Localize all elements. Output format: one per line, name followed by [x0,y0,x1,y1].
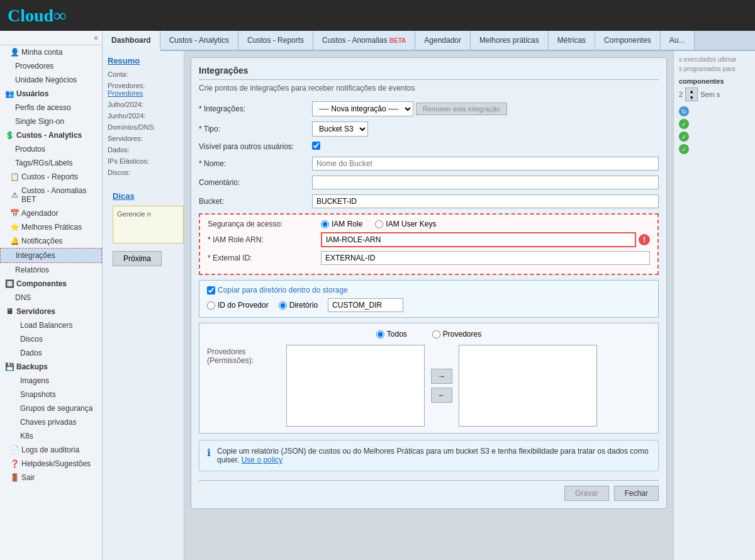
sidebar-item-dns[interactable]: DNS [0,291,102,305]
sidebar-item-minha-conta[interactable]: 👤 Minha conta [0,45,102,59]
external-id-input[interactable] [321,251,650,265]
provedores-left-list[interactable] [286,345,425,427]
sidebar-section-backups: 💾 Backups [0,360,102,374]
provedores-radio[interactable] [432,330,440,339]
sidebar-item-melhores-praticas[interactable]: ⭐ Melhores Práticas [0,220,102,234]
nome-row: * Nome: [199,157,659,171]
resumo-title[interactable]: Resumo [108,56,179,65]
iam-role-arn-input[interactable] [321,232,636,247]
stats-panel: s executados ultimar s programados para … [673,51,755,560]
sidebar-item-helpdesk[interactable]: ❓ Helpdesk/Sugestões [0,457,102,471]
tab-componentes[interactable]: Componentes [595,31,661,50]
main-content: Resumo Conta: Provedores: Provedores Jul… [103,51,755,560]
tab-custos-anomalias[interactable]: Custos - Anomalias BETA [313,31,415,50]
seguranca-label: Segurança de acesso: [208,220,321,228]
sidebar-item-grupos-seguranca[interactable]: Grupos de segurança [0,401,102,415]
sidebar-item-provedores[interactable]: Provedores [0,59,102,73]
sidebar-item-snapshots[interactable]: Snapshots [0,388,102,401]
executados-text: s executados ultimar [679,56,750,63]
sidebar-item-discos[interactable]: Discos [0,332,102,346]
tab-au[interactable]: Au... [661,31,695,50]
bucket-input[interactable] [312,194,659,208]
sidebar-item-unidade-negocios[interactable]: Unidade Negócios [0,73,102,87]
server-icon: 🖥 [5,307,14,316]
dicas-title[interactable]: Dicas [113,191,184,201]
provedores-box: Todos Provedores Provedores (Permissões)… [199,323,659,434]
gravar-button[interactable]: Gravar [564,486,609,501]
comentario-row: Comentário: [199,176,659,189]
conta-label: Conta: [108,70,179,78]
comentario-input[interactable] [312,176,659,189]
sidebar-item-relatorios[interactable]: Relatórios [0,263,102,277]
sidebar-item-sso[interactable]: Single Sign-on [0,115,102,128]
info-link[interactable]: Use o policy [242,456,282,464]
sidebar-item-perfis[interactable]: Perfis de acesso [0,101,102,115]
copy-dir-box: Copiar para diretório dentro do storage … [199,280,659,318]
id-provedor-radio[interactable] [207,301,215,310]
sidebar-item-k8s[interactable]: K8s [0,429,102,443]
iam-user-radio[interactable] [375,220,383,228]
sidebar-section-custos-analytics: 💲 Custos - Analytics [0,128,102,142]
sidebar-collapse-btn[interactable]: « [0,31,102,45]
status-ok-3: ✓ [679,144,689,154]
sidebar-item-imagens[interactable]: Imagens [0,374,102,388]
logo: Cloud∞ [8,6,66,26]
sidebar-item-load-balancers[interactable]: Load Balancers [0,318,102,332]
copy-dir-checkbox[interactable] [207,286,215,294]
nome-control [312,157,659,171]
diretorio-input[interactable] [328,298,403,312]
sidebar-item-dados[interactable]: Dados [0,346,102,360]
provedores-right-list[interactable] [459,345,597,427]
calendar-icon: 📅 [10,209,19,218]
sidebar-item-sair[interactable]: 🚪 Sair [0,471,102,484]
iam-role-radio[interactable] [321,220,329,228]
visivel-checkbox[interactable] [312,142,320,150]
provedores-radio-option[interactable]: Provedores [432,330,481,339]
external-id-row: * External ID: [208,251,650,265]
id-provedor-option[interactable]: ID do Provedor [207,301,269,310]
tab-agendador[interactable]: Agendador [415,31,471,50]
sidebar-item-integracoes[interactable]: Integrações [0,248,102,263]
stepper-down-btn[interactable]: ▼ [686,94,697,101]
todos-radio[interactable] [376,330,384,339]
visivel-control [312,142,659,152]
status-icons-list: ↻ ✓ ✓ ✓ [679,106,750,154]
tab-custos-reports[interactable]: Custos - Reports [238,31,313,50]
refresh-icon[interactable]: ↻ [679,106,689,116]
tab-metricas[interactable]: Métricas [549,31,595,50]
todos-option[interactable]: Todos [376,330,407,339]
diretorio-option[interactable]: Diretório [279,301,318,310]
iam-user-option[interactable]: IAM User Keys [375,220,436,228]
transfer-right-btn[interactable]: → [431,369,452,384]
group-icon: 👥 [5,89,14,98]
fechar-button[interactable]: Fechar [614,486,659,501]
visivel-label: Visível para outros usuários: [199,142,312,151]
provedores-link[interactable]: Provedores [108,89,179,97]
security-box: Segurança de acesso: IAM Role IAM User K… [199,213,659,275]
sidebar-item-custos-reports[interactable]: 📋 Custos - Reports [0,170,102,184]
proxima-button[interactable]: Próxima [113,251,162,266]
bucket-control [312,194,659,208]
dados-label: Dados: [108,146,179,154]
sidebar-item-notificacoes[interactable]: 🔔 Notificações [0,234,102,248]
external-id-label: * External ID: [208,254,321,262]
tipo-label: * Tipo: [199,125,312,133]
sidebar-item-custos-anomalias[interactable]: ⚠ Custos - Anomalias BET [0,184,102,206]
tipo-select[interactable]: Bucket S3 [312,121,368,137]
tab-dashboard[interactable]: Dashboard [103,31,160,51]
stepper-up-btn[interactable]: ▲ [686,88,697,94]
sidebar-item-chaves-privadas[interactable]: Chaves privadas [0,415,102,429]
sidebar-item-agendador[interactable]: 📅 Agendador [0,206,102,220]
tab-custos-analytics[interactable]: Custos - Analytics [160,31,238,50]
stepper[interactable]: ▲ ▼ [685,87,698,101]
sidebar-item-logs[interactable]: 📄 Logs de auditoria [0,443,102,457]
integracoes-select[interactable]: ---- Nova integração ---- [312,101,413,116]
sidebar-item-produtos[interactable]: Produtos [0,142,102,156]
iam-role-option[interactable]: IAM Role [321,220,362,228]
tab-melhores-praticas[interactable]: Melhores práticas [471,31,549,50]
sidebar-item-tags[interactable]: Tags/RGs/Labels [0,156,102,170]
diretorio-radio[interactable] [279,301,287,310]
nome-input[interactable] [312,157,659,171]
transfer-left-btn[interactable]: ← [431,388,452,403]
remover-btn[interactable]: Remover esta integração [416,103,507,115]
